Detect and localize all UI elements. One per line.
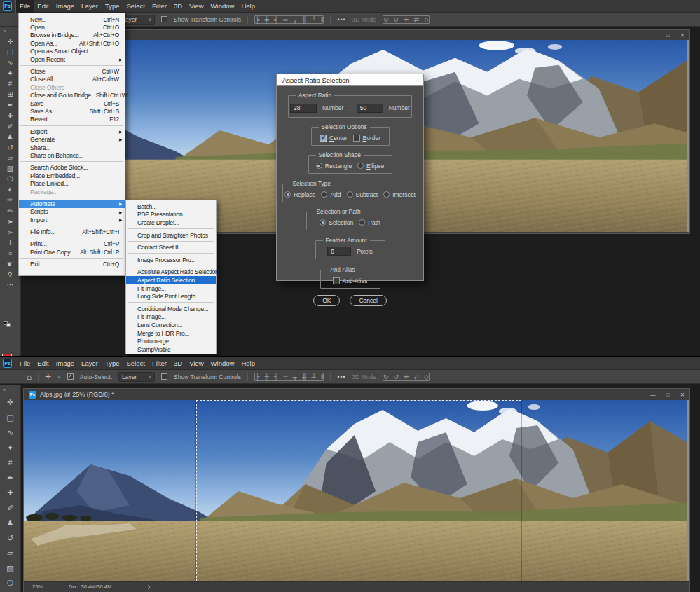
crop-tool-icon[interactable]: #	[0, 455, 20, 471]
automate-menu-item-absolute-aspect-ratio-selection[interactable]: Absolute Aspect Ratio Selection...	[126, 268, 216, 277]
border-option[interactable]: Border	[353, 135, 381, 142]
file-menu-item-export[interactable]: Export	[19, 128, 125, 135]
3d-roll-icon[interactable]: ↺	[393, 16, 399, 23]
anti-alias-option[interactable]: Anti-Alias	[333, 277, 368, 284]
healing-brush-tool-icon[interactable]: ✚	[0, 486, 20, 501]
path-option[interactable]: Path	[359, 219, 380, 226]
direct-selection-tool-icon[interactable]: ➢	[0, 227, 20, 238]
automate-menu-item-create-droplet[interactable]: Create Droplet...	[126, 219, 216, 227]
quick-selection-tool-icon[interactable]: ✦	[0, 441, 20, 456]
lasso-tool-icon[interactable]: ∿	[0, 425, 20, 441]
file-menu-item-open-as-smart-object[interactable]: Open as Smart Object...	[19, 48, 125, 55]
file-menu-item-close-all[interactable]: Close All Alt+Ctrl+W	[19, 76, 125, 83]
file-menu-item-import[interactable]: Import	[19, 216, 125, 223]
marquee-tool-icon[interactable]: ▢	[0, 411, 20, 426]
menubar-item-filter[interactable]: Filter	[149, 357, 170, 370]
automate-menu-item-conditional-mode-change[interactable]: Conditional Mode Change...	[126, 305, 216, 313]
align-right-edges-icon[interactable]: ╡	[274, 16, 278, 23]
3d-roll-icon[interactable]: ↺	[393, 373, 399, 380]
selection-option[interactable]: Selection	[320, 219, 353, 226]
pen-tool-icon[interactable]: ✑	[0, 195, 20, 205]
hand-tool-icon[interactable]: ☛	[0, 259, 20, 269]
automate-menu-item-crop-and-straighten-photos[interactable]: Crop and Straighten Photos	[126, 231, 216, 240]
intersect-radio[interactable]	[383, 191, 390, 198]
blur-tool-icon[interactable]: ❍	[0, 174, 20, 184]
auto-select-target-dropdown[interactable]: Layer ∨	[118, 372, 155, 382]
align-bottom-edges-icon[interactable]: ╨	[311, 16, 315, 23]
automate-menu-item-aspect-ratio-selection[interactable]: Aspect Ratio Selection...	[126, 276, 216, 284]
automate-menu-item-fit-image[interactable]: Fit Image...	[126, 313, 216, 322]
align-left-edges-icon[interactable]: ╞	[255, 16, 259, 23]
automate-menu-item-lens-correction[interactable]: Lens Correction...	[126, 321, 216, 329]
align-top-edges-icon[interactable]: ╥	[293, 16, 297, 23]
status-chevron-icon[interactable]: ❯	[147, 584, 151, 589]
border-checkbox[interactable]	[353, 135, 360, 142]
file-menu-item-close-and-go-to-bridge[interactable]: Close and Go to Bridge... Shift+Ctrl+W	[19, 92, 125, 99]
subtract-radio[interactable]	[347, 191, 353, 198]
file-menu-item-share-on-behance[interactable]: Share on Behance...	[19, 151, 125, 159]
menubar-item-edit[interactable]: Edit	[34, 0, 52, 13]
rectangle-option[interactable]: Rectangle	[316, 163, 352, 170]
close-button[interactable]: ✕	[678, 392, 687, 398]
canvas[interactable]	[24, 400, 689, 581]
path-selection-tool-icon[interactable]: ➤	[0, 216, 20, 227]
file-menu-item-share[interactable]: Share...	[19, 144, 125, 151]
clone-stamp-tool-icon[interactable]: ♟	[0, 132, 20, 142]
automate-menu-item-batch[interactable]: Batch...	[126, 202, 216, 211]
move-tool-icon[interactable]: ✛	[45, 373, 50, 380]
menubar-item-image[interactable]: Image	[53, 357, 78, 370]
selection-radio[interactable]	[320, 219, 326, 226]
file-menu-item-exit[interactable]: Exit Ctrl+Q	[19, 261, 125, 268]
distribute-vertical-icon[interactable]: ‖	[321, 16, 324, 23]
align-horizontal-centers-icon[interactable]: ╪	[264, 373, 268, 380]
minimize-button[interactable]: —	[649, 392, 657, 398]
type-tool-icon[interactable]: T	[0, 238, 20, 248]
show-transform-controls-checkbox[interactable]	[161, 16, 167, 22]
zoom-tool-icon[interactable]: ⚲	[0, 269, 20, 280]
file-menu-item-revert[interactable]: Revert F12	[19, 116, 125, 123]
align-vertical-centers-icon[interactable]: ╫	[302, 16, 306, 23]
collapse-toolbar-icon[interactable]: »	[0, 385, 6, 395]
minimize-button[interactable]: —	[649, 32, 657, 39]
menubar-item-file[interactable]: File	[16, 357, 34, 370]
automate-menu-item-photomerge[interactable]: Photomerge...	[126, 337, 216, 345]
ok-button[interactable]: OK	[313, 295, 340, 306]
align-bottom-edges-icon[interactable]: ╨	[311, 373, 315, 380]
menubar-item-select[interactable]: Select	[123, 357, 148, 370]
collapse-toolbar-icon[interactable]: »	[0, 27, 6, 36]
show-transform-controls-checkbox[interactable]	[161, 373, 167, 380]
eyedropper-tool-icon[interactable]: ✒	[0, 100, 20, 111]
subtract-option[interactable]: Subtract	[347, 191, 378, 198]
menubar-item-type[interactable]: Type	[102, 357, 123, 370]
close-button[interactable]: ✕	[678, 32, 687, 39]
file-menu-item-search-adobe-stock[interactable]: Search Adobe Stock...	[19, 164, 125, 172]
file-menu-item-generate[interactable]: Generate	[19, 135, 125, 143]
add-radio[interactable]	[321, 191, 327, 198]
more-options-icon[interactable]: •••	[337, 16, 345, 23]
distribute-vertical-icon[interactable]: ‖	[321, 373, 324, 380]
brush-tool-icon[interactable]: ✐	[0, 501, 20, 516]
menubar-item-3d[interactable]: 3D	[170, 357, 186, 370]
align-top-edges-icon[interactable]: ╥	[293, 373, 297, 380]
align-left-edges-icon[interactable]: ╞	[255, 373, 259, 380]
file-menu-item-close-others[interactable]: Close Others	[19, 83, 125, 91]
center-checkbox[interactable]	[320, 135, 327, 142]
move-tool-icon[interactable]: ✛	[0, 395, 20, 411]
path-radio[interactable]	[359, 219, 365, 226]
frame-tool-icon[interactable]: ⊞	[0, 89, 20, 99]
automate-menu-item-merge-to-hdr-pro[interactable]: Merge to HDR Pro...	[126, 329, 216, 338]
aspect-ratio-value-2-input[interactable]: 50	[357, 104, 383, 113]
3d-slide-icon[interactable]: ⇄	[414, 373, 420, 380]
more-tools-icon[interactable]: ⋯	[0, 280, 20, 290]
more-options-icon[interactable]: •••	[337, 373, 345, 380]
menubar-item-file[interactable]: File	[16, 0, 34, 13]
ellipse-option[interactable]: Ellipse	[357, 163, 384, 170]
feather-amount-input[interactable]: 0	[327, 247, 351, 256]
file-menu-item-place-linked[interactable]: Place Linked...	[19, 179, 125, 187]
3d-pan-icon[interactable]: ✛	[404, 16, 409, 23]
maximize-button[interactable]: □	[664, 32, 672, 39]
crop-tool-icon[interactable]: #	[0, 78, 20, 89]
rectangle-radio[interactable]	[316, 163, 322, 169]
file-menu-item-open[interactable]: Open... Ctrl+O	[19, 23, 125, 31]
document-title-bar[interactable]: Ps Alps.jpg @ 25% (RGB/8) * — □ ✕	[24, 389, 689, 400]
